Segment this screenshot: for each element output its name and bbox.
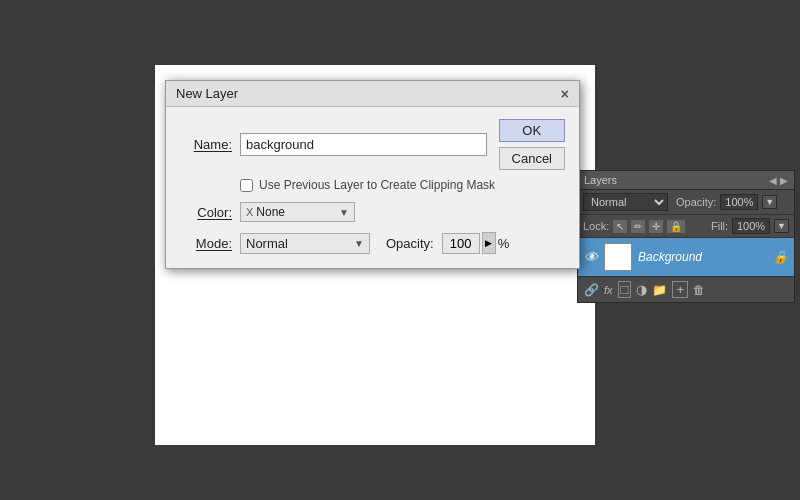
new-layer-dialog: New Layer × Name: OK Cancel Use Previous… bbox=[165, 80, 580, 269]
name-label: Name: bbox=[180, 137, 232, 152]
mode-row: Mode: NormalDissolveMultiplyScreenOverla… bbox=[180, 232, 565, 254]
name-input[interactable] bbox=[240, 133, 487, 156]
color-x-icon: X bbox=[246, 206, 253, 218]
color-select[interactable]: NoneRedOrangeYellowGreenBlueVioletGray bbox=[256, 205, 336, 219]
fill-label: Fill: bbox=[711, 220, 728, 232]
mode-select-wrapper: NormalDissolveMultiplyScreenOverlay ▼ bbox=[240, 233, 370, 254]
name-row: Name: OK Cancel bbox=[180, 119, 565, 170]
layers-panel: Layers ◀ ▶ NormalDissolveMultiplyScreenO… bbox=[577, 170, 795, 303]
mode-label: Mode: bbox=[180, 236, 232, 251]
mode-dropdown-arrow: ▼ bbox=[354, 238, 364, 249]
layers-lock-fill-row: Lock: ↖ ✏ ✛ 🔒 Fill: ▼ bbox=[578, 215, 794, 238]
ok-button[interactable]: OK bbox=[499, 119, 565, 142]
opacity-input[interactable] bbox=[442, 233, 480, 254]
cancel-button[interactable]: Cancel bbox=[499, 147, 565, 170]
color-dropdown-arrow: ▼ bbox=[339, 207, 349, 218]
layers-fill-dropdown[interactable]: ▼ bbox=[774, 219, 789, 233]
layers-opacity-input[interactable] bbox=[720, 194, 758, 210]
new-layer-group-icon[interactable]: □ bbox=[618, 281, 632, 298]
layers-panel-title: Layers bbox=[584, 174, 617, 186]
opacity-wrapper: ▶ % bbox=[442, 232, 510, 254]
lock-arrow-icon[interactable]: ↖ bbox=[613, 220, 627, 233]
adjustment-layer-icon[interactable]: ◑ bbox=[636, 282, 647, 297]
opacity-percent-label: % bbox=[498, 236, 510, 251]
clipping-mask-checkbox[interactable] bbox=[240, 179, 253, 192]
collapse-left-icon[interactable]: ◀ bbox=[769, 175, 777, 186]
mode-select[interactable]: NormalDissolveMultiplyScreenOverlay bbox=[246, 236, 354, 251]
dialog-titlebar: New Layer × bbox=[166, 81, 579, 107]
layers-opacity-dropdown[interactable]: ▼ bbox=[762, 195, 777, 209]
color-label: Color: bbox=[180, 205, 232, 220]
panel-collapse-icons: ◀ ▶ bbox=[769, 175, 788, 186]
layer-item-background[interactable]: 👁 Background 🔒 bbox=[578, 238, 794, 276]
clipping-mask-label: Use Previous Layer to Create Clipping Ma… bbox=[259, 178, 495, 192]
opacity-label: Opacity: bbox=[386, 236, 434, 251]
folder-icon[interactable]: 📁 bbox=[652, 283, 667, 297]
lock-label: Lock: bbox=[583, 220, 609, 232]
delete-layer-icon[interactable]: 🗑 bbox=[693, 283, 705, 297]
color-select-wrapper: X NoneRedOrangeYellowGreenBlueVioletGray… bbox=[240, 202, 355, 222]
collapse-right-icon[interactable]: ▶ bbox=[780, 175, 788, 186]
layers-fill-input[interactable] bbox=[732, 218, 770, 234]
layers-panel-header: Layers ◀ ▶ bbox=[578, 171, 794, 190]
color-row: Color: X NoneRedOrangeYellowGreenBlueVio… bbox=[180, 202, 565, 222]
layer-name: Background bbox=[638, 250, 702, 264]
layers-mode-opacity-row: NormalDissolveMultiplyScreenOverlay Opac… bbox=[578, 190, 794, 215]
dialog-body: Name: OK Cancel Use Previous Layer to Cr… bbox=[166, 107, 579, 268]
layer-visibility-icon[interactable]: 👁 bbox=[584, 249, 598, 265]
dialog-buttons: OK Cancel bbox=[499, 119, 565, 170]
layers-opacity-label: Opacity: bbox=[676, 196, 716, 208]
lock-path-icon[interactable]: ✏ bbox=[631, 220, 645, 233]
layers-mode-select[interactable]: NormalDissolveMultiplyScreenOverlay bbox=[583, 193, 668, 211]
dialog-close-button[interactable]: × bbox=[561, 87, 569, 101]
add-layer-icon[interactable]: + bbox=[672, 281, 688, 298]
opacity-arrow-button[interactable]: ▶ bbox=[482, 232, 496, 254]
lock-move-icon[interactable]: ✛ bbox=[649, 220, 663, 233]
dialog-title: New Layer bbox=[176, 86, 238, 101]
layer-thumbnail bbox=[604, 243, 632, 271]
fx-icon[interactable]: fx bbox=[604, 284, 613, 296]
clipping-mask-row: Use Previous Layer to Create Clipping Ma… bbox=[240, 178, 565, 192]
lock-all-icon[interactable]: 🔒 bbox=[667, 220, 685, 233]
layers-footer: 🔗 fx □ ◑ 📁 + 🗑 bbox=[578, 276, 794, 302]
link-icon[interactable]: 🔗 bbox=[584, 283, 599, 297]
layer-lock-icon: 🔒 bbox=[773, 250, 788, 264]
